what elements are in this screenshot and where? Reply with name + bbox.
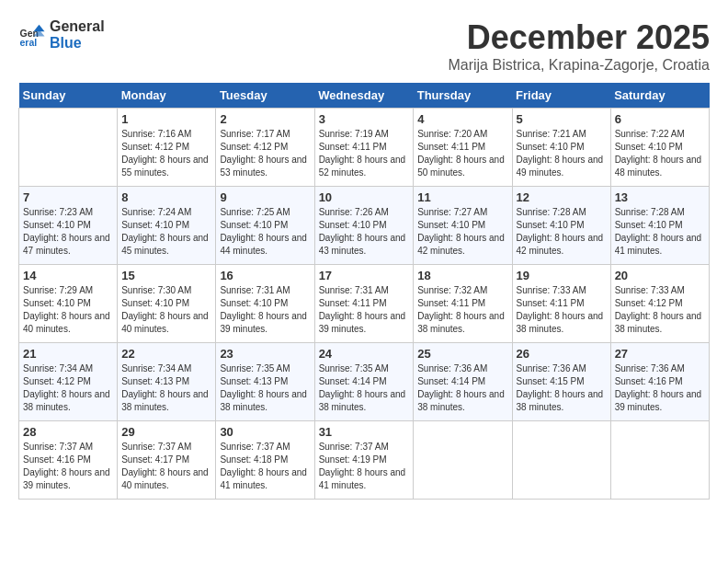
location-title: Marija Bistrica, Krapina-Zagorje, Croati… bbox=[448, 57, 710, 74]
calendar-cell: 16Sunrise: 7:31 AMSunset: 4:10 PMDayligh… bbox=[216, 265, 314, 343]
calendar-cell: 14Sunrise: 7:29 AMSunset: 4:10 PMDayligh… bbox=[19, 265, 118, 343]
calendar-cell: 9Sunrise: 7:25 AMSunset: 4:10 PMDaylight… bbox=[216, 187, 314, 265]
day-info: Sunrise: 7:31 AMSunset: 4:10 PMDaylight:… bbox=[220, 284, 310, 336]
day-info: Sunrise: 7:33 AMSunset: 4:11 PMDaylight:… bbox=[517, 284, 607, 336]
calendar-cell: 12Sunrise: 7:28 AMSunset: 4:10 PMDayligh… bbox=[512, 187, 610, 265]
calendar-week-2: 7Sunrise: 7:23 AMSunset: 4:10 PMDaylight… bbox=[19, 187, 710, 265]
day-info: Sunrise: 7:37 AMSunset: 4:17 PMDaylight:… bbox=[121, 441, 211, 492]
day-info: Sunrise: 7:37 AMSunset: 4:18 PMDaylight:… bbox=[220, 441, 310, 492]
col-sunday: Sunday bbox=[19, 83, 118, 109]
col-saturday: Saturday bbox=[610, 83, 709, 109]
day-number: 30 bbox=[220, 425, 310, 439]
logo-icon: Gen eral bbox=[18, 21, 46, 49]
day-number: 25 bbox=[417, 347, 507, 361]
calendar-cell: 25Sunrise: 7:36 AMSunset: 4:14 PMDayligh… bbox=[414, 343, 512, 421]
calendar-cell: 24Sunrise: 7:35 AMSunset: 4:14 PMDayligh… bbox=[314, 343, 414, 421]
day-number: 6 bbox=[615, 112, 705, 126]
day-number: 12 bbox=[517, 190, 607, 204]
calendar-week-4: 21Sunrise: 7:34 AMSunset: 4:12 PMDayligh… bbox=[19, 343, 710, 421]
day-info: Sunrise: 7:37 AMSunset: 4:19 PMDaylight:… bbox=[319, 441, 410, 492]
day-number: 2 bbox=[220, 112, 310, 126]
calendar-cell bbox=[19, 109, 118, 187]
calendar-cell: 30Sunrise: 7:37 AMSunset: 4:18 PMDayligh… bbox=[216, 421, 314, 500]
day-number: 19 bbox=[517, 269, 607, 282]
day-info: Sunrise: 7:17 AMSunset: 4:12 PMDaylight:… bbox=[220, 128, 310, 179]
day-number: 8 bbox=[121, 190, 211, 204]
day-number: 22 bbox=[121, 347, 211, 361]
calendar-cell: 4Sunrise: 7:20 AMSunset: 4:11 PMDaylight… bbox=[414, 109, 512, 187]
calendar-cell: 17Sunrise: 7:31 AMSunset: 4:11 PMDayligh… bbox=[314, 265, 414, 343]
logo-blue-text: Blue bbox=[50, 35, 105, 52]
calendar-week-1: 1Sunrise: 7:16 AMSunset: 4:12 PMDaylight… bbox=[19, 109, 710, 187]
day-number: 13 bbox=[615, 190, 705, 204]
day-number: 16 bbox=[220, 269, 310, 282]
calendar-cell: 21Sunrise: 7:34 AMSunset: 4:12 PMDayligh… bbox=[19, 343, 118, 421]
logo-general-text: General bbox=[50, 18, 105, 35]
day-number: 20 bbox=[615, 269, 705, 282]
day-info: Sunrise: 7:36 AMSunset: 4:15 PMDaylight:… bbox=[517, 362, 607, 414]
svg-text:eral: eral bbox=[20, 37, 38, 48]
calendar-cell: 15Sunrise: 7:30 AMSunset: 4:10 PMDayligh… bbox=[118, 265, 216, 343]
calendar-cell: 7Sunrise: 7:23 AMSunset: 4:10 PMDaylight… bbox=[19, 187, 118, 265]
calendar-cell: 23Sunrise: 7:35 AMSunset: 4:13 PMDayligh… bbox=[216, 343, 314, 421]
day-number: 4 bbox=[417, 112, 507, 126]
logo: Gen eral General Blue bbox=[18, 18, 105, 51]
month-title: December 2025 bbox=[448, 18, 710, 57]
day-info: Sunrise: 7:33 AMSunset: 4:12 PMDaylight:… bbox=[615, 284, 705, 336]
day-info: Sunrise: 7:21 AMSunset: 4:10 PMDaylight:… bbox=[517, 128, 607, 179]
day-number: 18 bbox=[417, 269, 507, 282]
day-number: 14 bbox=[23, 269, 113, 282]
day-number: 17 bbox=[319, 269, 410, 282]
calendar-cell: 6Sunrise: 7:22 AMSunset: 4:10 PMDaylight… bbox=[610, 109, 709, 187]
calendar-cell: 2Sunrise: 7:17 AMSunset: 4:12 PMDaylight… bbox=[216, 109, 314, 187]
day-info: Sunrise: 7:16 AMSunset: 4:12 PMDaylight:… bbox=[121, 128, 211, 179]
day-info: Sunrise: 7:36 AMSunset: 4:16 PMDaylight:… bbox=[615, 362, 705, 414]
day-info: Sunrise: 7:24 AMSunset: 4:10 PMDaylight:… bbox=[121, 206, 211, 258]
calendar-cell: 31Sunrise: 7:37 AMSunset: 4:19 PMDayligh… bbox=[314, 421, 414, 500]
day-number: 31 bbox=[319, 425, 410, 439]
day-info: Sunrise: 7:31 AMSunset: 4:11 PMDaylight:… bbox=[319, 284, 410, 336]
calendar-cell: 26Sunrise: 7:36 AMSunset: 4:15 PMDayligh… bbox=[512, 343, 610, 421]
calendar-cell: 3Sunrise: 7:19 AMSunset: 4:11 PMDaylight… bbox=[314, 109, 414, 187]
calendar-cell: 29Sunrise: 7:37 AMSunset: 4:17 PMDayligh… bbox=[118, 421, 216, 500]
header-row: Sunday Monday Tuesday Wednesday Thursday… bbox=[19, 83, 710, 109]
day-number: 26 bbox=[517, 347, 607, 361]
calendar-cell: 22Sunrise: 7:34 AMSunset: 4:13 PMDayligh… bbox=[118, 343, 216, 421]
calendar-cell: 10Sunrise: 7:26 AMSunset: 4:10 PMDayligh… bbox=[314, 187, 414, 265]
day-number: 1 bbox=[121, 112, 211, 126]
day-info: Sunrise: 7:22 AMSunset: 4:10 PMDaylight:… bbox=[615, 128, 705, 179]
col-wednesday: Wednesday bbox=[314, 83, 414, 109]
day-info: Sunrise: 7:30 AMSunset: 4:10 PMDaylight:… bbox=[121, 284, 211, 336]
day-number: 27 bbox=[615, 347, 705, 361]
day-info: Sunrise: 7:27 AMSunset: 4:10 PMDaylight:… bbox=[417, 206, 507, 258]
calendar-cell: 18Sunrise: 7:32 AMSunset: 4:11 PMDayligh… bbox=[414, 265, 512, 343]
day-info: Sunrise: 7:28 AMSunset: 4:10 PMDaylight:… bbox=[517, 206, 607, 258]
day-number: 21 bbox=[23, 347, 113, 361]
day-number: 23 bbox=[220, 347, 310, 361]
day-info: Sunrise: 7:29 AMSunset: 4:10 PMDaylight:… bbox=[23, 284, 113, 336]
col-thursday: Thursday bbox=[414, 83, 512, 109]
col-monday: Monday bbox=[118, 83, 216, 109]
day-number: 3 bbox=[319, 112, 410, 126]
page-header: Gen eral General Blue December 2025 Mari… bbox=[18, 18, 710, 74]
calendar-cell bbox=[414, 421, 512, 500]
calendar-cell: 11Sunrise: 7:27 AMSunset: 4:10 PMDayligh… bbox=[414, 187, 512, 265]
day-number: 28 bbox=[23, 425, 113, 439]
day-info: Sunrise: 7:36 AMSunset: 4:14 PMDaylight:… bbox=[417, 362, 507, 414]
calendar-cell: 1Sunrise: 7:16 AMSunset: 4:12 PMDaylight… bbox=[118, 109, 216, 187]
day-number: 7 bbox=[23, 190, 113, 204]
day-number: 10 bbox=[319, 190, 410, 204]
calendar-cell bbox=[610, 421, 709, 500]
day-number: 9 bbox=[220, 190, 310, 204]
calendar-cell bbox=[512, 421, 610, 500]
col-friday: Friday bbox=[512, 83, 610, 109]
day-info: Sunrise: 7:35 AMSunset: 4:14 PMDaylight:… bbox=[319, 362, 410, 414]
calendar-cell: 27Sunrise: 7:36 AMSunset: 4:16 PMDayligh… bbox=[610, 343, 709, 421]
day-number: 11 bbox=[417, 190, 507, 204]
day-info: Sunrise: 7:23 AMSunset: 4:10 PMDaylight:… bbox=[23, 206, 113, 258]
calendar-week-3: 14Sunrise: 7:29 AMSunset: 4:10 PMDayligh… bbox=[19, 265, 710, 343]
day-info: Sunrise: 7:34 AMSunset: 4:13 PMDaylight:… bbox=[121, 362, 211, 414]
day-number: 29 bbox=[121, 425, 211, 439]
day-info: Sunrise: 7:37 AMSunset: 4:16 PMDaylight:… bbox=[23, 441, 113, 492]
day-number: 15 bbox=[121, 269, 211, 282]
